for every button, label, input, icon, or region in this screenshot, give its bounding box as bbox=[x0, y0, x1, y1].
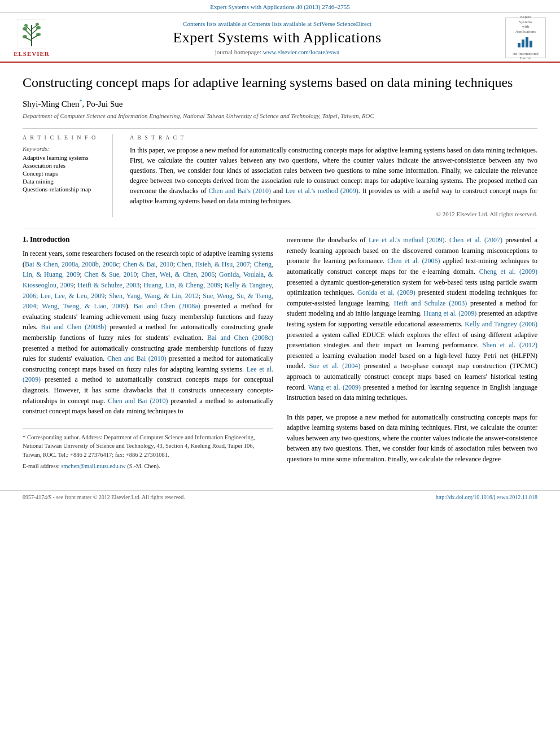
ref-huang-2009-right[interactable]: Huang et al. (2009) bbox=[423, 309, 476, 317]
ref-lee-leu-2009[interactable]: Lee, Lee, & Leu, 2009 bbox=[41, 292, 105, 300]
ref-cheng-2009-right[interactable]: Cheng et al. (2009) bbox=[479, 268, 537, 276]
abstract-text: In this paper, we propose a new method f… bbox=[130, 145, 537, 206]
ref-huang-lin-2009[interactable]: Huang, Lin, & Cheng, 2009 bbox=[143, 281, 221, 289]
svg-point-11 bbox=[36, 23, 39, 25]
svg-point-10 bbox=[24, 24, 28, 27]
journal-badge-area: ExpertSystemswithApplications An Interna… bbox=[500, 18, 551, 58]
main-content: Constructing concept maps for adaptive l… bbox=[0, 63, 560, 484]
ref-chen-bai-2010-3[interactable]: Chen and Bai (2010) bbox=[108, 397, 168, 405]
ref-wang-2009-right[interactable]: Wang et al. (2009) bbox=[308, 383, 361, 391]
ref-heift-2003-right[interactable]: Heift and Schulze (2003) bbox=[394, 299, 467, 307]
keyword-5: Questions-relationship map bbox=[23, 186, 103, 193]
ref-gonida-2009-right[interactable]: Gonida et al. (2009) bbox=[357, 289, 415, 296]
journal-title: Expert Systems with Applications bbox=[54, 29, 500, 46]
ref-sue-2004-right[interactable]: Sue et al. (2004) bbox=[309, 362, 361, 370]
authors: Shyi-Ming Chen*, Po-Jui Sue bbox=[23, 98, 537, 109]
right-column: overcome the drawbacks of Lee et al.'s m… bbox=[287, 235, 537, 473]
footnote-section: * Corresponding author. Address: Departm… bbox=[23, 428, 273, 471]
keyword-4: Data mining bbox=[23, 178, 103, 185]
ref-heift-2003[interactable]: Heift & Schulze, 2003 bbox=[78, 281, 140, 289]
footnote-email: E-mail address: smchen@mail.ntust.edu.tw… bbox=[23, 462, 273, 471]
keywords-label: Keywords: bbox=[23, 145, 103, 152]
journal-title-area: Contents lists available at Contents lis… bbox=[54, 20, 500, 55]
ref-bai-chen-2008b[interactable]: Bai and Chen (2008b) bbox=[41, 323, 107, 331]
ref-kelly-2006-right[interactable]: Kelly and Tangney (2006) bbox=[465, 320, 537, 328]
svg-point-13 bbox=[23, 35, 27, 38]
ref-chen-2007-right[interactable]: Chen et al. (2007) bbox=[449, 236, 502, 244]
homepage-url[interactable]: www.elsevier.com/locate/eswa bbox=[263, 49, 340, 55]
svg-rect-14 bbox=[518, 43, 520, 47]
svg-point-12 bbox=[36, 33, 41, 36]
page-wrapper: Expert Systems with Applications 40 (201… bbox=[0, 0, 560, 504]
copyright-text: © 2012 Elsevier Ltd. All rights reserved… bbox=[130, 211, 537, 217]
svg-point-8 bbox=[23, 27, 27, 30]
ref-chen-sue-2010[interactable]: Chen & Sue, 2010 bbox=[84, 270, 137, 278]
section-1-para2: overcome the drawbacks of Lee et al.'s m… bbox=[287, 235, 537, 403]
email-link[interactable]: smchen@mail.ntust.edu.tw bbox=[61, 463, 125, 469]
ref-chen-bai-2010-2[interactable]: Chen and Bai (2010) bbox=[107, 355, 167, 362]
ref-bai-chen-2008c[interactable]: Bai and Chen (2008c) bbox=[207, 334, 273, 342]
svg-point-9 bbox=[36, 26, 41, 29]
ref-lee-2009-abstract[interactable]: Lee et al.'s method (2009) bbox=[285, 187, 358, 195]
keyword-1: Adaptive learning systems bbox=[23, 154, 103, 161]
elsevier-brand-text: ELSEVIER bbox=[14, 50, 50, 57]
ref-chen-wei-2006[interactable]: Chen, Wei, & Chen, 2006 bbox=[141, 270, 215, 278]
sciverse-link[interactable]: Contents lists available at SciVerse Sci… bbox=[248, 20, 371, 27]
footnote-star: * Corresponding author. Address: Departm… bbox=[23, 433, 273, 460]
svg-rect-17 bbox=[530, 41, 532, 47]
section-1-para3: In this paper, we propose a new method f… bbox=[287, 412, 537, 465]
sciverse-text: Contents lists available at Contents lis… bbox=[54, 20, 500, 27]
bottom-bar: 0957-4174/$ - see front matter © 2012 El… bbox=[0, 490, 560, 504]
divider-2 bbox=[23, 229, 537, 229]
badge-bottom-text: An InternationalJournal bbox=[513, 51, 539, 61]
ref-bai-chen-2008a[interactable]: Bai & Chen, 2008a, 2008b, 2008c bbox=[25, 260, 119, 268]
ref-lee-2009-2[interactable]: Lee et al. (2009) bbox=[23, 365, 273, 384]
section-1-heading: 1. Introduction bbox=[23, 235, 273, 244]
svg-rect-15 bbox=[522, 40, 524, 47]
body-columns: 1. Introduction In recent years, some re… bbox=[23, 235, 537, 473]
journal-citation: Expert Systems with Applications 40 (201… bbox=[210, 3, 349, 10]
homepage-label: journal homepage: bbox=[215, 49, 261, 55]
elsevier-tree-icon bbox=[17, 19, 46, 49]
ref-bai-chen-2008a-2[interactable]: Bai and Chen (2008a) bbox=[134, 302, 200, 310]
authors-text: Shyi-Ming Chen*, Po-Jui Sue bbox=[23, 99, 123, 108]
ref-wang-tseng-2009[interactable]: Wang, Tseng, & Liao, 2009 bbox=[42, 302, 125, 310]
ref-lee-2009-right[interactable]: Lee et al.'s method (2009) bbox=[369, 236, 445, 244]
badge-top-text: ExpertSystemswithApplications bbox=[515, 15, 536, 34]
affiliation: Department of Computer Science and Infor… bbox=[23, 112, 537, 119]
doi-link[interactable]: http://dx.doi.org/10.1016/j.eswa.2012.11… bbox=[436, 494, 537, 500]
issn-text: 0957-4174/$ - see front matter © 2012 El… bbox=[23, 494, 185, 500]
divider-1 bbox=[23, 128, 537, 129]
ref-shen-2012[interactable]: Shen, Yang, Wang, & Lin, 2012 bbox=[109, 292, 199, 300]
abstract-label: A B S T R A C T bbox=[130, 134, 537, 141]
ref-chen-2006-right[interactable]: Chen et al. (2006) bbox=[387, 257, 440, 265]
journal-header: ELSEVIER Contents lists available at Con… bbox=[0, 13, 560, 63]
article-info-label: A R T I C L E I N F O bbox=[23, 134, 103, 141]
ref-chen-bai-2010[interactable]: Chen & Bai, 2010 bbox=[123, 260, 173, 268]
article-info-abstract: A R T I C L E I N F O Keywords: Adaptive… bbox=[23, 134, 537, 217]
journal-badge: ExpertSystemswithApplications An Interna… bbox=[505, 18, 546, 58]
keyword-2: Association rules bbox=[23, 162, 103, 169]
ref-shen-2012-right[interactable]: Shen et al. (2012) bbox=[483, 341, 537, 349]
keyword-3: Concept maps bbox=[23, 170, 103, 177]
badge-chart-icon bbox=[518, 35, 533, 50]
article-info-panel: A R T I C L E I N F O Keywords: Adaptive… bbox=[23, 134, 113, 217]
elsevier-logo-area: ELSEVIER bbox=[9, 19, 54, 57]
elsevier-logo: ELSEVIER bbox=[9, 19, 54, 57]
article-title: Constructing concept maps for adaptive l… bbox=[23, 74, 537, 91]
left-column: 1. Introduction In recent years, some re… bbox=[23, 235, 273, 473]
ref-chen-hsieh-2007[interactable]: Chen, Hsieh, & Hsu, 2007 bbox=[177, 260, 250, 268]
ref-chen-bai-2010-abstract[interactable]: Chen and Bai's (2010) bbox=[209, 187, 271, 195]
svg-rect-16 bbox=[526, 37, 528, 47]
journal-homepage: journal homepage: www.elsevier.com/locat… bbox=[54, 49, 500, 55]
journal-citation-bar: Expert Systems with Applications 40 (201… bbox=[0, 0, 560, 13]
abstract-panel: A B S T R A C T In this paper, we propos… bbox=[130, 134, 537, 217]
section-1-para1: In recent years, some researchers focuse… bbox=[23, 248, 273, 417]
